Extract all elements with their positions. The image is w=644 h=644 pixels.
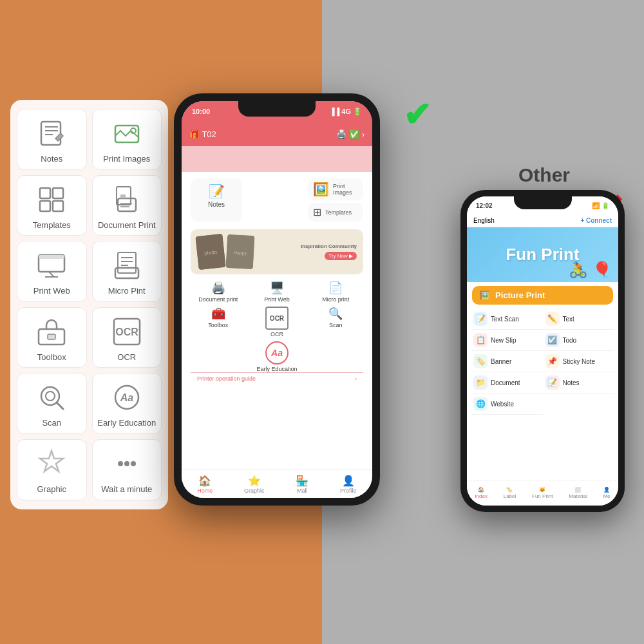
phone-top-icons: 📝 Notes 🖼️ PrintImages ⊞ Templates: [191, 178, 363, 222]
right-nav-me[interactable]: 👤 Me: [603, 487, 610, 499]
phone-nav-mall[interactable]: 🏪 Mall: [296, 475, 308, 494]
phone-screen-left: 10:00 ▐▐ 4G 🔋 🎁 T02 🖨️ ✅ ›: [182, 101, 372, 498]
right-menu-notes[interactable]: 📝 Notes: [543, 372, 615, 393]
right-menu-text[interactable]: ✏️ Text: [543, 308, 615, 330]
micro-pint-icon: [109, 248, 144, 283]
print-web-icon: [34, 248, 69, 283]
phone-templates-btn[interactable]: ⊞ Templates: [308, 203, 363, 222]
website-icon: 🌐: [473, 397, 488, 411]
phone-app-header: 🎁 T02 🖨️ ✅ ›: [182, 122, 372, 146]
right-menu-new-slip[interactable]: 📋 New Slip: [471, 330, 543, 351]
phone-early-edu[interactable]: Aa Early Education: [256, 341, 297, 372]
right-menu-website[interactable]: 🌐 Website: [471, 393, 543, 415]
svg-rect-12: [120, 194, 126, 198]
print-web-label: Print Web: [33, 286, 70, 296]
phone-nav-graphic[interactable]: ⭐ Graphic: [244, 475, 265, 494]
doc-print-icon: 🖨️: [211, 281, 225, 295]
photo-thumb-2: Happy: [226, 234, 255, 269]
toolbox-label: Toolbox: [37, 352, 66, 363]
picture-print-label: Picture Print: [495, 290, 545, 300]
phone-notch-right: [514, 196, 572, 209]
right-menu-text-scan[interactable]: 📝 Text Scan: [471, 308, 543, 330]
wait-label: Wait a minute: [101, 484, 152, 495]
fun-print-title: Fun Print: [506, 245, 579, 265]
right-connect-btn[interactable]: + Connect: [580, 217, 612, 224]
sticky-note-label: Sticky Note: [563, 358, 596, 365]
right-nav-index[interactable]: 🏠 Index: [475, 487, 488, 499]
label-nav-label: Label: [504, 493, 516, 499]
document-print-icon: [109, 182, 144, 217]
right-nav-fun-print[interactable]: 🐱 Fun Print: [532, 487, 553, 499]
svg-rect-6: [40, 188, 50, 198]
right-app-header: English + Connect: [467, 214, 618, 227]
feature-item-print-images[interactable]: Print Images: [92, 109, 162, 170]
try-now-btn[interactable]: Try Now ▶: [325, 252, 357, 260]
phone-toolbox[interactable]: 🧰 Toolbox: [191, 307, 245, 337]
phone-print-images-btn[interactable]: 🖼️ PrintImages: [308, 178, 363, 200]
right-nav-label[interactable]: 🏷️ Label: [504, 487, 516, 499]
phone-nav-profile[interactable]: 👤 Profile: [340, 475, 357, 494]
scan-icon: [34, 380, 69, 415]
svg-rect-9: [53, 201, 63, 211]
graphic-label: Graphic: [37, 484, 66, 495]
svg-line-30: [57, 402, 63, 409]
mall-nav-label: Mall: [297, 488, 308, 494]
feature-item-print-web[interactable]: Print Web: [17, 241, 87, 302]
phone-nav-home[interactable]: 🏠 Home: [197, 475, 213, 494]
notes-label: Notes: [41, 154, 62, 164]
print-web-phone-icon: 🖥️: [270, 281, 284, 295]
phone-micro-print[interactable]: 📄 Micro print: [308, 281, 363, 303]
svg-text:Aa: Aa: [120, 392, 134, 403]
print-web-phone-label: Print Web: [264, 296, 289, 303]
feature-item-graphic[interactable]: Graphic: [17, 439, 87, 500]
phone-frame-right: 12:02 📶 🔋 English + Connect Fun Print 🚴 …: [460, 190, 625, 512]
svg-point-35: [131, 461, 136, 466]
feature-item-wait[interactable]: Wait a minute: [92, 439, 162, 500]
phone-signal-right: 📶 🔋: [592, 202, 609, 209]
phone-scan[interactable]: 🔍 Scan: [308, 307, 363, 337]
material-nav-label: Material: [569, 493, 587, 499]
feature-item-micro-pint[interactable]: Micro Pint: [92, 241, 162, 302]
label-nav-icon: 🏷️: [506, 487, 513, 493]
right-lang-selector[interactable]: English: [473, 217, 495, 224]
feature-item-ocr[interactable]: OCR OCR: [92, 307, 162, 368]
phone-print-web[interactable]: 🖥️ Print Web: [249, 281, 304, 303]
home-nav-icon: 🏠: [198, 475, 211, 487]
print-images-label: Print Images: [103, 154, 150, 164]
ocr-label: OCR: [117, 352, 136, 363]
picture-print-btn[interactable]: 🖼️ Picture Print: [472, 286, 613, 305]
phone-notes-btn[interactable]: 📝 Notes: [191, 178, 242, 222]
scan-label: Scan: [42, 418, 61, 428]
feature-item-document-print[interactable]: Document Print: [92, 175, 162, 236]
phone-templates-icon: ⊞: [313, 206, 321, 218]
feature-item-templates[interactable]: Templates: [17, 175, 87, 236]
feature-item-toolbox[interactable]: Toolbox: [17, 307, 87, 368]
right-nav-material[interactable]: ⬜ Material: [569, 487, 587, 499]
phone-notes-label: Notes: [208, 201, 225, 208]
material-nav-icon: ⬜: [574, 487, 581, 493]
feature-item-early-education[interactable]: Aa Early Education: [92, 373, 162, 434]
fun-print-nav-icon: 🐱: [539, 487, 545, 493]
svg-point-29: [46, 392, 55, 401]
right-menu-todo[interactable]: ☑️ Todo: [543, 330, 615, 351]
feature-item-scan[interactable]: Scan: [17, 373, 87, 434]
phone-guide-bar[interactable]: Printer operation guide ›: [191, 372, 363, 384]
right-menu-sticky-note[interactable]: 📌 Sticky Note: [543, 351, 615, 372]
profile-nav-label: Profile: [340, 488, 357, 494]
banner-icon: 🏷️: [473, 354, 488, 368]
phone-inspiration-banner[interactable]: photo Happy Inspiration Community Try No…: [191, 229, 363, 274]
early-education-icon: Aa: [109, 380, 144, 415]
micro-print-icon: 📄: [328, 281, 343, 295]
right-menu-document[interactable]: 📁 Document: [471, 372, 543, 393]
phone-doc-print[interactable]: 🖨️ Document print: [191, 281, 245, 303]
feature-item-notes[interactable]: Notes: [17, 109, 87, 170]
right-menu-banner[interactable]: 🏷️ Banner: [471, 351, 543, 372]
svg-rect-25: [48, 334, 55, 339]
new-slip-label: New Slip: [491, 337, 516, 344]
micro-print-label: Micro print: [322, 296, 349, 303]
index-nav-label: Index: [475, 493, 488, 499]
phone-bottom-icons: 🖨️ Document print 🖥️ Print Web 📄 Micro p…: [191, 281, 363, 337]
phone-header-icon: 🎁 T02: [189, 129, 216, 139]
phone-ocr[interactable]: OCR OCR: [249, 307, 304, 337]
toolbox-icon: [34, 314, 69, 349]
